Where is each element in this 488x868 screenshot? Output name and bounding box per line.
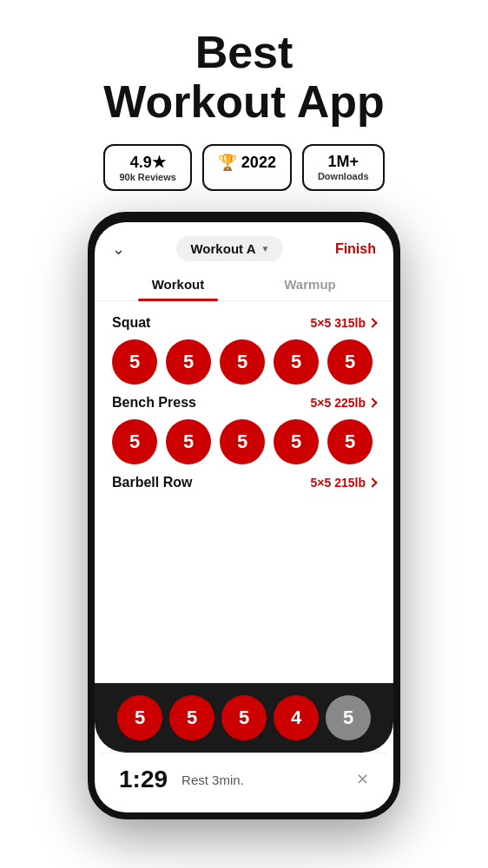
bench-header: Bench Press 5×5 225lb: [112, 395, 376, 411]
award-badge: 🏆 2022: [202, 144, 292, 191]
squat-name: Squat: [112, 315, 150, 331]
rating-sub: 90k Reviews: [119, 172, 175, 182]
bench-sets-row: 5 5 5 5 5: [112, 419, 376, 464]
tab-workout[interactable]: Workout: [112, 268, 244, 300]
app-header-section: BestWorkout App: [86, 0, 402, 144]
rest-label-text: Rest 3min.: [181, 773, 342, 787]
bench-set-5[interactable]: 5: [327, 419, 373, 464]
exercise-barbell-row: Barbell Row 5×5 215lb: [95, 475, 393, 510]
barbell-set-1[interactable]: 5: [117, 695, 162, 740]
workout-selector[interactable]: Workout A ▼: [176, 236, 283, 261]
main-title: BestWorkout App: [103, 28, 385, 127]
squat-set-4[interactable]: 5: [274, 339, 319, 385]
tabs-row: Workout Warmup: [95, 268, 393, 301]
barbell-header: Barbell Row 5×5 215lb: [112, 475, 376, 490]
downloads-sub: Downloads: [318, 171, 369, 181]
rest-timer-bar: 1:29 Rest 3min. ✕: [102, 753, 386, 806]
barbell-set-5[interactable]: 5: [326, 695, 371, 740]
squat-header: Squat 5×5 315lb: [112, 315, 376, 331]
squat-set-1[interactable]: 5: [112, 339, 157, 385]
bench-set-1[interactable]: 5: [112, 419, 157, 464]
bench-set-2[interactable]: 5: [166, 419, 211, 464]
downloads-badge: 1M+ Downloads: [302, 144, 385, 191]
barbell-sets-label: 5×5 215lb: [311, 476, 376, 490]
squat-arrow-icon: [367, 319, 377, 328]
award-value: 🏆 2022: [218, 153, 276, 172]
squat-set-3[interactable]: 5: [220, 339, 265, 385]
bench-set-4[interactable]: 5: [274, 419, 319, 464]
phone-screen: ⌄ Workout A ▼ Finish Workout Warmup: [95, 222, 393, 812]
phone-mockup: ⌄ Workout A ▼ Finish Workout Warmup: [88, 212, 400, 819]
squat-set-2[interactable]: 5: [166, 339, 211, 385]
rating-value: 4.9★: [119, 153, 175, 172]
tab-warmup[interactable]: Warmup: [244, 268, 376, 300]
barbell-set-3[interactable]: 5: [221, 695, 267, 740]
rating-badge: 4.9★ 90k Reviews: [103, 144, 191, 191]
exercise-bench-press: Bench Press 5×5 225lb 5 5 5 5 5: [95, 395, 393, 475]
downloads-value: 1M+: [318, 153, 369, 171]
pill-arrow-icon: ▼: [260, 244, 269, 253]
barbell-arrow-icon: [367, 478, 377, 488]
badges-row: 4.9★ 90k Reviews 🏆 2022 1M+ Downloads: [103, 144, 384, 191]
bottom-sets-bar: 5 5 5 4 5: [95, 683, 393, 753]
exercise-list: Squat 5×5 315lb 5 5 5 5 5: [95, 308, 393, 683]
bench-sets-label: 5×5 225lb: [311, 396, 376, 410]
barbell-name: Barbell Row: [112, 475, 192, 490]
bench-set-3[interactable]: 5: [220, 419, 265, 464]
squat-sets-row: 5 5 5 5 5: [112, 339, 376, 385]
finish-button[interactable]: Finish: [335, 241, 376, 257]
back-chevron-icon[interactable]: ⌄: [112, 240, 125, 259]
bench-arrow-icon: [367, 398, 377, 408]
app-top-bar: ⌄ Workout A ▼ Finish: [95, 222, 393, 268]
barbell-set-2[interactable]: 5: [169, 695, 214, 740]
squat-set-5[interactable]: 5: [327, 339, 373, 385]
exercise-squat: Squat 5×5 315lb 5 5 5 5 5: [95, 315, 393, 395]
squat-sets-label: 5×5 315lb: [311, 316, 376, 330]
bench-name: Bench Press: [112, 395, 196, 411]
rest-close-button[interactable]: ✕: [356, 770, 369, 789]
barbell-set-4[interactable]: 4: [274, 695, 319, 740]
rest-time-display: 1:29: [119, 766, 168, 793]
phone-frame: ⌄ Workout A ▼ Finish Workout Warmup: [88, 212, 400, 819]
workout-name: Workout A: [190, 241, 255, 256]
